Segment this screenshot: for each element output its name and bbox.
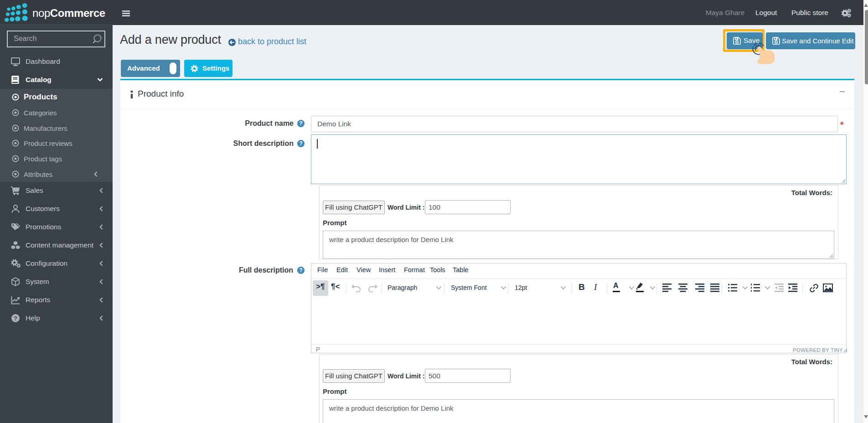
svg-text:?: ?	[14, 315, 17, 322]
